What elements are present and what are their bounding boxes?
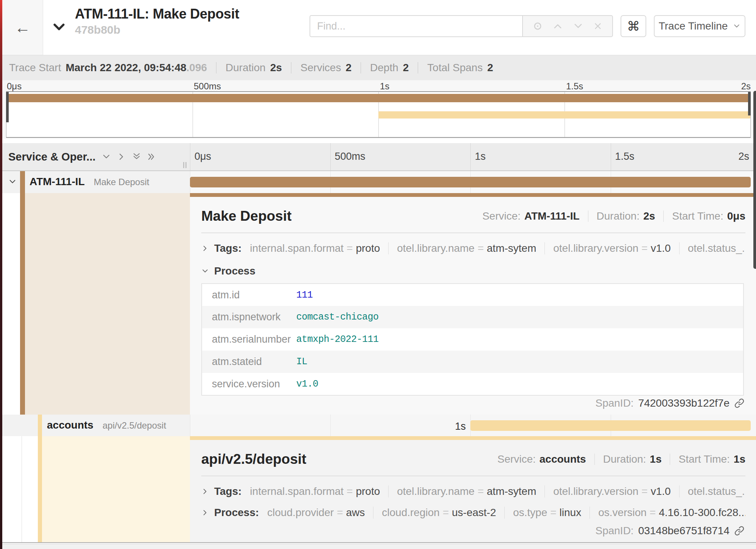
separator <box>216 62 216 73</box>
span-id-line: SpanID: 742003393b122f7e <box>595 397 745 409</box>
trace-view-selector[interactable]: Trace Timeline <box>654 15 745 37</box>
trace-minimap: 0μs 500ms 1s 1.5s 2s <box>2 80 756 139</box>
span-duration-bar[interactable] <box>190 177 751 187</box>
minimap-drag-handle-right[interactable] <box>748 92 751 115</box>
tags-label: Tags: <box>214 242 242 254</box>
separator <box>544 242 545 254</box>
table-row: service.version v1.0 <box>202 373 744 395</box>
span-color-accent <box>38 436 42 542</box>
minimap-canvas[interactable] <box>6 91 751 138</box>
duration-value: 2s <box>270 62 282 74</box>
timeline-gridline <box>190 415 190 436</box>
separator <box>594 454 595 465</box>
ruler-gridline <box>190 143 190 170</box>
separator <box>679 485 680 498</box>
title-block: ATM-111-IL: Make Deposit 478b80b <box>75 6 239 36</box>
chevron-right-icon <box>201 509 209 516</box>
start-time-value: 0μs <box>727 210 745 222</box>
span-duration-bar[interactable] <box>470 420 751 431</box>
focus-target-icon[interactable] <box>532 21 543 31</box>
span-name-cell[interactable]: accountsapi/v2.5/deposit <box>2 415 190 436</box>
start-time-label: Start Time: <box>678 453 730 465</box>
scrollbar-thumb[interactable] <box>753 91 756 269</box>
services-value: 2 <box>345 62 352 74</box>
ruler-tick: 500ms <box>335 151 366 162</box>
collapse-trace-chevron-down-icon[interactable] <box>51 20 67 35</box>
service-operation-header: Service & Oper... <box>2 143 190 170</box>
ruler-gridline <box>330 143 331 170</box>
column-resizer-handle[interactable] <box>183 162 187 168</box>
detail-row-tint <box>25 193 190 415</box>
span-timeline-cell[interactable]: 1s <box>190 415 756 436</box>
detail-header: api/v2.5/deposit Service:accounts Durati… <box>201 440 745 476</box>
duration-label: Duration <box>226 62 266 74</box>
separator <box>388 485 389 498</box>
minimap-tick: 1s <box>380 81 389 92</box>
trace-summary-bar: Trace Start March 22 2022, 09:54:48.096 … <box>2 55 756 80</box>
keyboard-shortcuts-button[interactable]: ⌘ <box>621 15 646 37</box>
minimap-tick: 500ms <box>194 81 221 92</box>
collapse-all-double-chevron-down-icon[interactable] <box>132 152 141 161</box>
table-row: atm.ispnetwork comcast-chicago <box>202 306 744 328</box>
trace-start-value: March 22 2022, 09:54:48 <box>65 62 186 74</box>
separator <box>663 211 664 222</box>
detail-stats: Service:ATM-111-IL Duration:2s Start Tim… <box>482 210 745 222</box>
link-icon[interactable] <box>734 398 745 409</box>
find-tools <box>522 15 613 37</box>
trace-start-ms: .096 <box>187 62 207 74</box>
timeline-ruler: 0μs 500ms 1s 1.5s 2s <box>190 143 756 170</box>
process-label: Process: <box>214 507 259 519</box>
minimap-tick: 2s <box>741 81 751 92</box>
find-prev-chevron-up-icon[interactable] <box>552 21 563 31</box>
collapse-one-chevron-down-icon[interactable] <box>102 152 111 161</box>
separator <box>544 485 545 498</box>
tags-row[interactable]: Tags: internal.span.format=proto otel.li… <box>201 242 745 254</box>
span-id-value: 742003393b122f7e <box>638 397 730 409</box>
tree-guide-line <box>22 436 22 542</box>
duration-value: 2s <box>643 210 655 222</box>
start-time-label: Start Time: <box>672 210 723 222</box>
span-color-accent <box>20 171 25 193</box>
find-next-chevron-down-icon[interactable] <box>573 21 583 31</box>
chevron-right-icon <box>201 245 209 252</box>
process-label: Process <box>214 265 255 277</box>
detail-left-gutter <box>2 436 190 542</box>
span-detail-panel: Make Deposit Service:ATM-111-IL Duration… <box>190 197 756 415</box>
back-button[interactable]: ← <box>2 0 43 55</box>
separator <box>388 242 389 254</box>
process-row[interactable]: Process: cloud.provider=aws cloud.region… <box>201 507 745 519</box>
bottom-strip <box>2 544 756 549</box>
expand-one-chevron-right-icon[interactable] <box>117 152 126 161</box>
find-clear-close-icon[interactable] <box>593 21 603 31</box>
span-detail-atm-111-il: Make Deposit Service:ATM-111-IL Duration… <box>2 193 756 415</box>
tags-label: Tags: <box>214 485 242 498</box>
minimap-span-child <box>378 111 750 119</box>
separator <box>588 211 588 222</box>
process-section-toggle[interactable]: Process <box>201 265 745 277</box>
span-color-underline <box>190 436 756 440</box>
table-row: atm.stateid IL <box>202 351 744 373</box>
separator <box>670 454 670 465</box>
span-row-atm-111-il[interactable]: ATM-111-ILMake Deposit <box>2 171 756 193</box>
row-collapse-chevron-down-icon[interactable] <box>8 178 17 186</box>
find-input[interactable] <box>310 15 522 37</box>
expand-all-double-chevron-right-icon[interactable] <box>147 152 156 161</box>
depth-label: Depth <box>370 62 398 74</box>
detail-stats: Service:accounts Duration:1s Start Time:… <box>498 453 745 465</box>
link-icon[interactable] <box>734 526 745 536</box>
minimap-drag-handle-left[interactable] <box>6 92 9 122</box>
tags-row[interactable]: Tags: internal.span.format=proto otel.li… <box>201 485 745 498</box>
service-name: accountsapi/v2.5/deposit <box>47 419 166 431</box>
trace-title: ATM-111-IL: Make Deposit <box>75 6 239 22</box>
ruler-gridline <box>470 143 471 170</box>
service-value: accounts <box>540 453 586 465</box>
span-row-accounts[interactable]: accountsapi/v2.5/deposit 1s <box>2 415 756 436</box>
span-timeline-cell[interactable] <box>190 171 756 193</box>
detail-header: Make Deposit Service:ATM-111-IL Duration… <box>201 197 745 233</box>
top-bar: ← ATM-111-IL: Make Deposit 478b80b <box>2 0 756 55</box>
find-bar <box>310 15 613 37</box>
separator <box>373 507 373 519</box>
jaeger-trace-view: ← ATM-111-IL: Make Deposit 478b80b <box>0 0 756 549</box>
span-name-cell[interactable]: ATM-111-ILMake Deposit <box>2 171 190 193</box>
table-row: atm.id 111 <box>202 284 744 306</box>
